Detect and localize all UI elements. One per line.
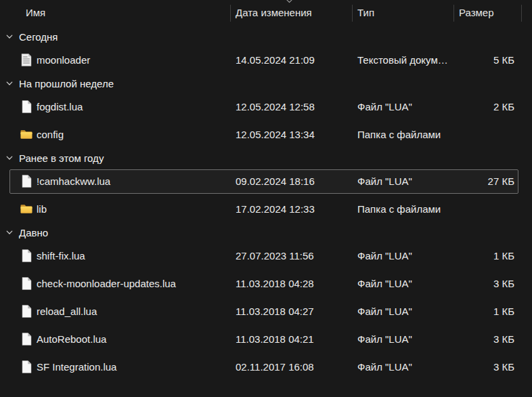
file-name: !camhackww.lua — [37, 175, 110, 187]
file-icon — [20, 249, 32, 263]
file-rows-container: Сегодняmoonloader14.05.2024 21:09Текстов… — [0, 27, 532, 381]
column-header-row: Имя Дата изменения Тип Размер — [0, 0, 532, 27]
file-type: Текстовый докум… — [352, 46, 453, 74]
file-size: 27 КБ — [453, 167, 522, 195]
file-date: 11.03.2018 04:27 — [230, 297, 352, 325]
file-name-cell: AutoReboot.lua — [0, 325, 230, 353]
file-name-cell: shift-fix.lua — [0, 242, 230, 270]
file-type: Папка с файлами — [352, 195, 453, 223]
file-size: 1 КБ — [453, 297, 522, 325]
file-icon — [20, 100, 32, 114]
file-name-cell: config — [0, 121, 230, 148]
group-header[interactable]: На прошлой неделе — [0, 74, 532, 93]
file-row[interactable]: check-moonloader-updates.lua11.03.2018 0… — [0, 270, 532, 297]
chevron-down-icon[interactable] — [5, 228, 14, 236]
chevron-down-icon[interactable] — [5, 33, 14, 41]
file-type: Файл "LUA" — [352, 325, 453, 353]
text-document-icon — [20, 54, 32, 67]
group-header[interactable]: Сегодня — [0, 27, 532, 46]
file-name-cell: SF Integration.lua — [0, 353, 230, 381]
file-type: Файл "LUA" — [352, 353, 453, 381]
file-type: Папка с файлами — [352, 121, 453, 148]
file-explorer-list: Имя Дата изменения Тип Размер Сегодняmoo… — [0, 0, 532, 397]
file-row[interactable]: shift-fix.lua27.07.2023 11:56Файл "LUA"1… — [0, 242, 532, 270]
group-header[interactable]: Давно — [0, 223, 532, 242]
file-date: 11.03.2018 04:21 — [230, 325, 352, 353]
file-icon — [20, 360, 32, 374]
column-header-size[interactable]: Размер — [453, 0, 522, 27]
file-date: 11.03.2018 04:28 — [230, 270, 352, 297]
file-size — [453, 121, 522, 148]
file-name-cell: fogdist.lua — [0, 93, 230, 121]
file-icon — [20, 175, 32, 188]
file-name: shift-fix.lua — [37, 250, 85, 262]
column-header-date[interactable]: Дата изменения — [230, 0, 352, 27]
file-size: 3 КБ — [453, 325, 522, 353]
file-name-cell: moonloader — [0, 46, 230, 74]
file-name-cell: check-moonloader-updates.lua — [0, 270, 230, 297]
file-size — [453, 195, 522, 223]
file-row[interactable]: moonloader14.05.2024 21:09Текстовый доку… — [0, 46, 532, 74]
group-label: Давно — [19, 227, 48, 238]
file-name: check-moonloader-updates.lua — [37, 278, 176, 289]
file-date: 14.05.2024 21:09 — [230, 46, 352, 74]
file-row[interactable]: SF Integration.lua02.11.2017 16:08Файл "… — [0, 353, 532, 381]
file-icon — [20, 277, 32, 291]
group-label: Сегодня — [19, 31, 58, 43]
file-name-cell: lib — [0, 195, 230, 223]
file-row[interactable]: fogdist.lua12.05.2024 12:58Файл "LUA"2 К… — [0, 93, 532, 121]
group-label: На прошлой неделе — [19, 78, 114, 89]
file-type: Файл "LUA" — [352, 93, 453, 121]
group-header[interactable]: Ранее в этом году — [0, 148, 532, 167]
column-header-size-label: Размер — [459, 7, 494, 18]
file-row[interactable]: config12.05.2024 13:34Папка с файлами — [0, 121, 532, 148]
file-type: Файл "LUA" — [352, 242, 453, 270]
column-header-name[interactable]: Имя — [0, 0, 230, 27]
file-size: 3 КБ — [453, 353, 522, 381]
file-icon — [20, 305, 32, 318]
file-row[interactable]: reload_all.lua11.03.2018 04:27Файл "LUA"… — [0, 297, 532, 325]
file-row[interactable]: lib17.02.2024 12:33Папка с файлами — [0, 195, 532, 223]
file-icon — [20, 333, 32, 346]
file-date: 17.02.2024 12:33 — [230, 195, 352, 223]
column-header-date-label: Дата изменения — [236, 7, 312, 18]
chevron-down-icon[interactable] — [5, 79, 14, 87]
file-row[interactable]: !camhackww.lua09.02.2024 18:16Файл "LUA"… — [0, 167, 532, 195]
folder-icon — [20, 203, 32, 216]
file-name: AutoReboot.lua — [37, 333, 106, 345]
group-label: Ранее в этом году — [19, 152, 104, 164]
file-size: 2 КБ — [453, 93, 522, 121]
file-name: SF Integration.lua — [37, 361, 116, 373]
file-date: 12.05.2024 13:34 — [230, 121, 352, 148]
file-name: moonloader — [37, 54, 90, 66]
file-name: config — [37, 129, 64, 140]
file-name: reload_all.lua — [37, 306, 97, 317]
chevron-down-icon[interactable] — [5, 154, 14, 162]
file-name-cell: reload_all.lua — [0, 297, 230, 325]
file-size: 1 КБ — [453, 242, 522, 270]
folder-icon — [20, 128, 32, 142]
file-date: 09.02.2024 18:16 — [230, 167, 352, 195]
file-date: 12.05.2024 12:58 — [230, 93, 352, 121]
file-date: 02.11.2017 16:08 — [230, 353, 352, 381]
file-name-cell: !camhackww.lua — [0, 167, 230, 195]
file-row[interactable]: AutoReboot.lua11.03.2018 04:21Файл "LUA"… — [0, 325, 532, 353]
file-size: 5 КБ — [453, 46, 522, 74]
file-type: Файл "LUA" — [352, 297, 453, 325]
file-date: 27.07.2023 11:56 — [230, 242, 352, 270]
file-name: lib — [37, 203, 47, 215]
column-header-type[interactable]: Тип — [352, 0, 453, 27]
file-size: 3 КБ — [453, 270, 522, 297]
sort-chevron-down-icon — [286, 0, 293, 5]
column-header-name-label: Имя — [26, 7, 45, 18]
file-type: Файл "LUA" — [352, 167, 453, 195]
column-header-type-label: Тип — [357, 7, 374, 18]
file-type: Файл "LUA" — [352, 270, 453, 297]
file-name: fogdist.lua — [37, 101, 83, 112]
